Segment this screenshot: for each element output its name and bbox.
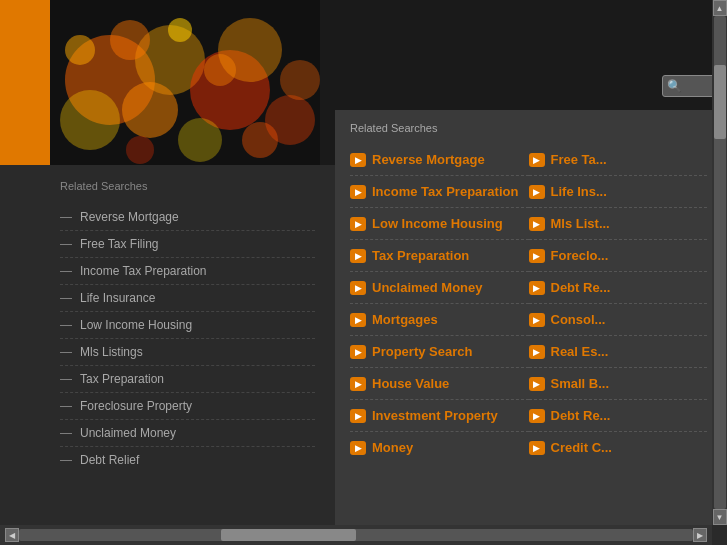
right-item-label: Debt Re... <box>551 408 611 423</box>
item-label: Free Tax Filing <box>80 237 158 251</box>
item-label: Income Tax Preparation <box>80 264 207 278</box>
right-arrow-icon: ▶ <box>529 185 545 199</box>
right-item-label: Mls List... <box>551 216 610 231</box>
right-panel: Related Searches ▶ Reverse Mortgage ▶ In… <box>335 110 717 525</box>
scroll-left-button[interactable]: ◀ <box>5 528 19 542</box>
right-item-label: Free Ta... <box>551 152 607 167</box>
h-scroll-thumb[interactable] <box>221 529 356 541</box>
left-panel-title: Related Searches <box>60 180 315 192</box>
svg-point-10 <box>242 122 278 158</box>
right-item-label: Real Es... <box>551 344 609 359</box>
arrow-icon: — <box>60 264 72 278</box>
item-label: Debt Relief <box>80 453 139 467</box>
right-list-item[interactable]: ▶ Tax Preparation <box>350 240 529 272</box>
right-arrow-icon: ▶ <box>529 249 545 263</box>
arrow-icon: — <box>60 372 72 386</box>
right-item-label: Money <box>372 440 413 455</box>
search-box[interactable]: 🔍 <box>662 75 717 97</box>
list-item[interactable]: — Unclaimed Money <box>60 420 315 447</box>
right-list-item[interactable]: ▶ Life Ins... <box>529 176 708 208</box>
svg-point-4 <box>60 90 120 150</box>
list-item[interactable]: — Mls Listings <box>60 339 315 366</box>
right-list-item[interactable]: ▶ Property Search <box>350 336 529 368</box>
right-item-label: Credit C... <box>551 440 612 455</box>
right-item-label: Tax Preparation <box>372 248 469 263</box>
item-label: Tax Preparation <box>80 372 164 386</box>
right-list-item[interactable]: ▶ Income Tax Preparation <box>350 176 529 208</box>
right-arrow-icon: ▶ <box>350 281 366 295</box>
right-arrow-icon: ▶ <box>529 281 545 295</box>
right-arrow-icon: ▶ <box>350 345 366 359</box>
right-arrow-icon: ▶ <box>350 217 366 231</box>
h-scroll-track <box>19 529 693 541</box>
right-list-item[interactable]: ▶ Consol... <box>529 304 708 336</box>
list-item[interactable]: — Low Income Housing <box>60 312 315 339</box>
right-list-item[interactable]: ▶ Mortgages <box>350 304 529 336</box>
right-list-item[interactable]: ▶ Unclaimed Money <box>350 272 529 304</box>
right-list-item[interactable]: ▶ House Value <box>350 368 529 400</box>
hero-image <box>50 0 320 165</box>
right-list-item[interactable]: ▶ Money <box>350 432 529 463</box>
right-list-item[interactable]: ▶ Foreclo... <box>529 240 708 272</box>
arrow-icon: — <box>60 237 72 251</box>
right-list-item[interactable]: ▶ Reverse Mortgage <box>350 144 529 176</box>
right-arrow-icon: ▶ <box>350 409 366 423</box>
orange-accent-block <box>0 0 50 165</box>
right-list-item[interactable]: ▶ Free Ta... <box>529 144 708 176</box>
list-item[interactable]: — Debt Relief <box>60 447 315 473</box>
right-list-item[interactable]: ▶ Small B... <box>529 368 708 400</box>
right-item-label: Income Tax Preparation <box>372 184 518 199</box>
right-list-item[interactable]: ▶ Mls List... <box>529 208 708 240</box>
arrow-icon: — <box>60 399 72 413</box>
list-item[interactable]: — Life Insurance <box>60 285 315 312</box>
arrow-icon: — <box>60 291 72 305</box>
list-item[interactable]: — Tax Preparation <box>60 366 315 393</box>
right-arrow-icon: ▶ <box>350 185 366 199</box>
right-item-label: Low Income Housing <box>372 216 503 231</box>
right-list-item[interactable]: ▶ Investment Property <box>350 400 529 432</box>
scroll-thumb[interactable] <box>714 65 726 139</box>
right-item-label: Property Search <box>372 344 472 359</box>
right-arrow-icon: ▶ <box>529 377 545 391</box>
right-item-label: Mortgages <box>372 312 438 327</box>
svg-point-14 <box>204 54 236 86</box>
right-arrow-icon: ▶ <box>529 313 545 327</box>
svg-point-11 <box>65 35 95 65</box>
right-item-label: Consol... <box>551 312 606 327</box>
scroll-up-button[interactable]: ▲ <box>713 0 727 16</box>
item-label: Life Insurance <box>80 291 155 305</box>
right-list-item[interactable]: ▶ Real Es... <box>529 336 708 368</box>
arrow-icon: — <box>60 345 72 359</box>
right-columns: ▶ Reverse Mortgage ▶ Income Tax Preparat… <box>350 144 707 463</box>
right-list-item[interactable]: ▶ Credit C... <box>529 432 708 463</box>
right-col-1: ▶ Reverse Mortgage ▶ Income Tax Preparat… <box>350 144 529 463</box>
right-item-label: Small B... <box>551 376 610 391</box>
svg-point-13 <box>168 18 192 42</box>
scroll-down-button[interactable]: ▼ <box>713 509 727 525</box>
svg-point-5 <box>122 82 178 138</box>
scroll-right-button[interactable]: ▶ <box>693 528 707 542</box>
list-item[interactable]: — Foreclosure Property <box>60 393 315 420</box>
right-list-item[interactable]: ▶ Low Income Housing <box>350 208 529 240</box>
arrow-icon: — <box>60 426 72 440</box>
list-item[interactable]: — Income Tax Preparation <box>60 258 315 285</box>
right-arrow-icon: ▶ <box>529 409 545 423</box>
arrow-icon: — <box>60 453 72 467</box>
right-arrow-icon: ▶ <box>350 313 366 327</box>
right-list-item[interactable]: ▶ Debt Re... <box>529 400 708 432</box>
item-label: Unclaimed Money <box>80 426 176 440</box>
right-panel-title: Related Searches <box>350 122 707 134</box>
right-list-item[interactable]: ▶ Debt Re... <box>529 272 708 304</box>
list-item[interactable]: — Reverse Mortgage <box>60 204 315 231</box>
svg-point-12 <box>280 60 320 100</box>
right-arrow-icon: ▶ <box>350 377 366 391</box>
right-arrow-icon: ▶ <box>529 345 545 359</box>
right-arrow-icon: ▶ <box>350 249 366 263</box>
list-item[interactable]: — Free Tax Filing <box>60 231 315 258</box>
item-label: Foreclosure Property <box>80 399 192 413</box>
svg-point-9 <box>110 20 150 60</box>
right-arrow-icon: ▶ <box>529 153 545 167</box>
right-item-label: Debt Re... <box>551 280 611 295</box>
left-panel: Related Searches — Reverse Mortgage — Fr… <box>0 165 330 525</box>
item-label: Low Income Housing <box>80 318 192 332</box>
